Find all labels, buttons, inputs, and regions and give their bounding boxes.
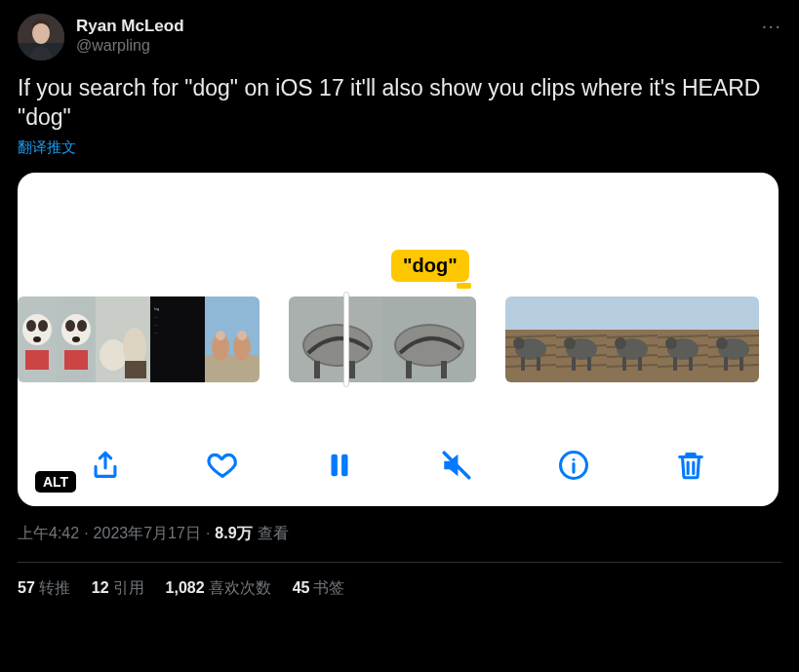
thumb (708, 296, 759, 382)
svg-point-87 (716, 337, 728, 349)
tweet-text: If you search for "dog" on iOS 17 it'll … (18, 74, 781, 133)
svg-point-28 (216, 331, 225, 340)
svg-rect-34 (349, 361, 355, 378)
svg-text:log: log (154, 306, 159, 311)
bookmarks-stat[interactable]: 45书签 (293, 578, 345, 599)
svg-point-11 (65, 320, 75, 332)
pause-button[interactable] (316, 442, 363, 489)
svg-rect-88 (724, 357, 728, 371)
svg-point-12 (77, 320, 87, 332)
views-count: 8.9万 (215, 524, 252, 544)
video-scrubber-strip[interactable]: log……… (18, 296, 779, 382)
svg-text:…: … (154, 330, 158, 335)
svg-rect-68 (622, 357, 626, 371)
clip-group-3 (505, 296, 759, 382)
svg-text:…: … (154, 322, 158, 327)
clip-group-2 (289, 296, 476, 382)
svg-rect-50 (556, 296, 607, 330)
retweets-stat[interactable]: 57转推 (18, 578, 70, 599)
svg-point-94 (573, 458, 576, 461)
svg-point-8 (33, 336, 41, 342)
handle: @warpling (76, 36, 184, 56)
likes-stat[interactable]: 1,082喜欢次数 (166, 578, 271, 599)
svg-rect-78 (673, 357, 677, 371)
thumb (18, 296, 57, 382)
svg-rect-89 (739, 357, 743, 371)
svg-rect-59 (587, 357, 591, 371)
scrubber-playhead[interactable] (343, 292, 349, 387)
display-name: Ryan McLeod (76, 16, 184, 36)
svg-rect-38 (406, 361, 412, 378)
svg-rect-49 (537, 357, 540, 371)
svg-point-29 (237, 331, 247, 340)
thumb (289, 296, 382, 382)
share-button[interactable] (82, 442, 129, 489)
media-card[interactable]: "dog" log……… (18, 173, 779, 506)
delete-button[interactable] (667, 442, 714, 489)
alt-badge[interactable]: ALT (35, 471, 76, 493)
views-label: 查看 (258, 524, 289, 544)
tweet-header: Ryan McLeod @warpling ··· (18, 14, 781, 60)
search-term-tooltip: "dog" (391, 250, 469, 282)
thumb (505, 296, 556, 382)
svg-rect-33 (314, 361, 320, 378)
thumb (205, 296, 260, 382)
svg-rect-60 (607, 296, 658, 330)
avatar[interactable] (18, 14, 64, 60)
more-button[interactable]: ··· (761, 14, 781, 37)
svg-rect-48 (521, 357, 525, 371)
thumb: log……… (150, 296, 205, 382)
like-button[interactable] (199, 442, 246, 489)
svg-point-57 (564, 337, 576, 349)
svg-rect-80 (708, 296, 759, 330)
time[interactable]: 上午4:42 (18, 524, 79, 544)
tooltip-marker (457, 283, 471, 289)
svg-point-16 (100, 339, 127, 371)
svg-rect-18 (125, 361, 146, 378)
tweet-meta: 上午4:42 · 2023年7月17日 · 8.9万 查看 (18, 524, 781, 544)
svg-rect-69 (638, 357, 642, 371)
tweet-container: Ryan McLeod @warpling ··· If you search … (0, 0, 799, 613)
svg-rect-58 (572, 357, 576, 371)
quotes-stat[interactable]: 12引用 (92, 578, 144, 599)
svg-rect-91 (341, 454, 347, 476)
thumb (96, 296, 150, 382)
mute-button[interactable] (433, 442, 480, 489)
svg-point-5 (26, 320, 36, 332)
tweet-stats: 57转推 12引用 1,082喜欢次数 45书签 (18, 563, 781, 599)
svg-rect-79 (689, 357, 693, 371)
svg-point-6 (38, 320, 48, 332)
svg-rect-39 (441, 361, 447, 378)
thumb (658, 296, 708, 382)
svg-rect-25 (205, 355, 260, 382)
thumb (57, 296, 96, 382)
svg-rect-40 (505, 296, 556, 330)
svg-rect-90 (332, 454, 338, 476)
info-button[interactable] (550, 442, 597, 489)
translate-link[interactable]: 翻译推文 (18, 138, 781, 157)
date[interactable]: 2023年7月17日 (94, 524, 201, 544)
svg-rect-7 (25, 350, 49, 370)
thumb (607, 296, 658, 382)
svg-point-77 (665, 337, 677, 349)
media-toolbar (18, 442, 779, 489)
svg-rect-70 (658, 296, 708, 330)
thumb (382, 296, 476, 382)
clip-group-1: log……… (18, 296, 260, 382)
thumb (556, 296, 607, 382)
author-names[interactable]: Ryan McLeod @warpling (76, 14, 184, 56)
svg-rect-13 (64, 350, 88, 370)
svg-point-67 (615, 337, 626, 349)
svg-point-47 (513, 337, 525, 349)
svg-text:…: … (154, 314, 158, 319)
svg-point-14 (72, 336, 80, 342)
